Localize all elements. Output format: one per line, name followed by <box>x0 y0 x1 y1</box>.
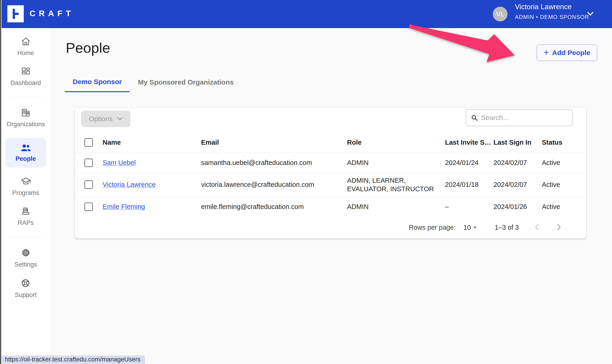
sidebar-item-programs[interactable]: Programs <box>12 177 39 196</box>
link-preview-url: https://oil-tracker.test.craftedu.com/ma… <box>5 356 140 363</box>
role-cell: ADMIN, LEARNER, EVALUATOR, INSTRUCTOR <box>347 176 445 193</box>
table-row: Sam Uebel samantha.uebel@crafteducation.… <box>75 153 586 173</box>
sidebar-item-raps[interactable]: RAPs <box>18 207 34 226</box>
options-button[interactable]: Options <box>81 111 131 127</box>
email-cell: emile.fleming@crafteducation.com <box>201 203 347 210</box>
dropdown-arrow-icon: ▾ <box>474 224 476 230</box>
add-people-button[interactable]: + Add People <box>537 44 597 61</box>
options-label: Options <box>89 115 112 123</box>
sidebar: Home Dashboard Organizations People <box>2 28 50 364</box>
window-left-edge <box>0 0 2 364</box>
brand-name: CRAFT <box>29 9 74 18</box>
email-cell: samantha.uebel@crafteducation.com <box>201 159 347 167</box>
sidebar-item-organizations[interactable]: Organizations <box>6 108 45 128</box>
table-row: Emile Fleming emile.fleming@crafteducati… <box>75 197 586 217</box>
people-table-card: Options Name Email Role Last Invite S… L… <box>75 108 586 238</box>
person-name-link[interactable]: Emile Fleming <box>103 203 145 210</box>
last-invite-cell: 2024/01/24 <box>445 159 493 167</box>
link-preview-statusbar: https://oil-tracker.test.craftedu.com/ma… <box>2 355 145 364</box>
sidebar-divider <box>9 237 43 237</box>
tab-my-sponsored-organizations[interactable]: My Sponsored Organizations <box>138 78 234 92</box>
next-page-button[interactable] <box>555 222 563 233</box>
column-header-name: Name <box>103 139 201 146</box>
sidebar-item-dashboard[interactable]: Dashboard <box>10 67 41 87</box>
status-cell: Active <box>542 181 586 188</box>
last-sign-in-cell: 2024/01/26 <box>493 203 542 210</box>
tab-demo-sponsor[interactable]: Demo Sponsor <box>65 78 130 92</box>
sidebar-item-label: Organizations <box>6 121 45 128</box>
email-cell: victoria.lawrence@crafteducation.com <box>201 181 347 188</box>
lifebuoy-icon <box>21 278 30 290</box>
rows-per-page-label: Rows per page: <box>409 224 456 231</box>
people-icon <box>21 143 31 154</box>
programs-icon <box>21 177 31 188</box>
raps-icon <box>21 207 31 218</box>
sidebar-item-settings[interactable]: Settings <box>14 248 37 268</box>
app-window: CRAFT VL Victoria Lawrence ADMIN • DEMO … <box>0 0 612 364</box>
status-cell: Active <box>542 203 586 210</box>
annotation-arrow <box>401 20 530 69</box>
table-row: Victoria Lawrence victoria.lawrence@craf… <box>75 173 586 197</box>
row-checkbox[interactable] <box>84 203 93 211</box>
search-input[interactable] <box>481 114 570 122</box>
user-role-label: ADMIN • DEMO SPONSOR <box>515 14 589 20</box>
avatar[interactable]: VL <box>493 7 507 21</box>
chevron-right-icon <box>557 223 561 231</box>
home-icon <box>21 37 31 48</box>
column-header-status: Status <box>542 139 586 146</box>
person-name-link[interactable]: Victoria Lawrence <box>103 181 156 188</box>
sidebar-item-support[interactable]: Support <box>15 278 37 299</box>
add-people-label: Add People <box>552 49 590 57</box>
chevron-left-icon <box>534 223 539 231</box>
sidebar-item-label: Programs <box>12 189 39 196</box>
table-toolbar: Options <box>75 108 586 132</box>
search-icon <box>471 114 478 121</box>
sidebar-divider <box>9 97 43 97</box>
role-cell: ADMIN <box>347 158 445 167</box>
sidebar-item-label: Support <box>15 291 37 299</box>
table-header-row: Name Email Role Last Invite S… Last Sign… <box>75 132 586 153</box>
column-header-last-sign-in: Last Sign In <box>493 139 542 146</box>
user-menu-chevron-down-icon[interactable] <box>586 11 594 17</box>
sidebar-item-label: People <box>15 155 36 162</box>
sidebar-item-label: Home <box>17 50 34 57</box>
sidebar-item-home[interactable]: Home <box>17 37 34 57</box>
sidebar-item-label: RAPs <box>18 219 34 226</box>
person-name-link[interactable]: Sam Uebel <box>103 159 136 166</box>
row-checkbox[interactable] <box>84 158 93 167</box>
organizations-icon <box>21 108 31 119</box>
column-header-last-invite: Last Invite S… <box>445 139 493 146</box>
plus-icon: + <box>544 47 549 57</box>
select-all-checkbox[interactable] <box>84 138 93 147</box>
sidebar-item-people[interactable]: People <box>6 138 46 168</box>
search-box <box>466 109 572 126</box>
last-invite-cell: – <box>445 203 493 210</box>
rows-per-page-select[interactable]: 10 ▾ <box>463 224 476 231</box>
gear-icon <box>21 248 31 259</box>
dashboard-icon <box>21 67 31 78</box>
chevron-down-icon <box>117 117 123 121</box>
column-header-email: Email <box>201 139 347 146</box>
tab-bar: Demo Sponsor My Sponsored Organizations <box>65 78 234 92</box>
last-sign-in-cell: 2024/02/07 <box>493 181 542 188</box>
table-pagination: Rows per page: 10 ▾ 1–3 of 3 <box>75 217 586 238</box>
row-checkbox[interactable] <box>84 180 93 189</box>
column-header-role: Role <box>347 139 445 146</box>
previous-page-button[interactable] <box>533 222 541 233</box>
sidebar-item-label: Dashboard <box>10 79 41 87</box>
role-cell: ADMIN <box>347 203 445 211</box>
pagination-range: 1–3 of 3 <box>495 224 519 231</box>
last-invite-cell: 2024/01/18 <box>445 181 493 188</box>
craft-logo-icon[interactable] <box>7 5 24 22</box>
page-title: People <box>66 40 110 56</box>
status-cell: Active <box>542 159 586 167</box>
last-sign-in-cell: 2024/02/07 <box>493 159 542 167</box>
sidebar-item-label: Settings <box>14 261 37 268</box>
user-name: Victoria Lawrence <box>515 3 572 11</box>
